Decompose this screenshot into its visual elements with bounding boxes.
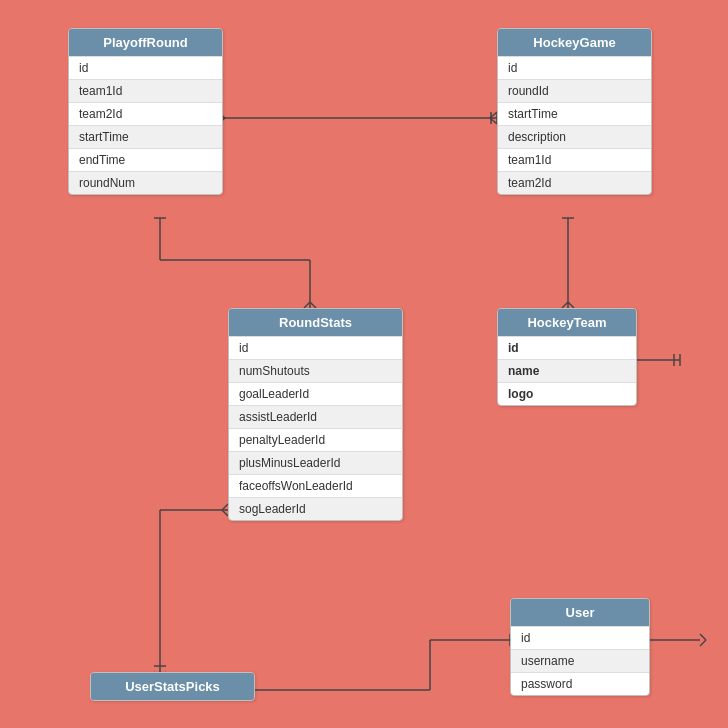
field-row: team2Id	[69, 102, 222, 125]
field-row: startTime	[498, 102, 651, 125]
entity-roundstats: RoundStats id numShutouts goalLeaderId a…	[228, 308, 403, 521]
field-row: endTime	[69, 148, 222, 171]
entity-header-playoffround: PlayoffRound	[69, 29, 222, 56]
field-row: roundNum	[69, 171, 222, 194]
field-row: numShutouts	[229, 359, 402, 382]
entity-header-user: User	[511, 599, 649, 626]
field-row: assistLeaderId	[229, 405, 402, 428]
field-row: plusMinusLeaderId	[229, 451, 402, 474]
field-row: logo	[498, 382, 636, 405]
svg-line-22	[700, 640, 706, 646]
field-row: username	[511, 649, 649, 672]
field-row: goalLeaderId	[229, 382, 402, 405]
field-row: id	[498, 336, 636, 359]
field-row: sogLeaderId	[229, 497, 402, 520]
entity-header-hockeygame: HockeyGame	[498, 29, 651, 56]
entity-playoffround: PlayoffRound id team1Id team2Id startTim…	[68, 28, 223, 195]
field-row: id	[511, 626, 649, 649]
entity-hockeygame: HockeyGame id roundId startTime descript…	[497, 28, 652, 195]
entity-user: User id username password	[510, 598, 650, 696]
field-row: id	[69, 56, 222, 79]
entity-hockeyteam: HockeyTeam id name logo	[497, 308, 637, 406]
svg-line-21	[700, 634, 706, 640]
entity-header-roundstats: RoundStats	[229, 309, 402, 336]
field-row: password	[511, 672, 649, 695]
field-row: team1Id	[69, 79, 222, 102]
field-row: roundId	[498, 79, 651, 102]
entity-header-userstatspicks: UserStatsPicks	[91, 673, 254, 700]
entity-userstatspicks: UserStatsPicks	[90, 672, 255, 701]
entity-header-hockeyteam: HockeyTeam	[498, 309, 636, 336]
field-row: team2Id	[498, 171, 651, 194]
svg-line-5	[490, 112, 497, 118]
svg-line-6	[490, 118, 497, 124]
field-row: team1Id	[498, 148, 651, 171]
field-row: penaltyLeaderId	[229, 428, 402, 451]
field-row: startTime	[69, 125, 222, 148]
field-row: name	[498, 359, 636, 382]
field-row: faceoffsWonLeaderId	[229, 474, 402, 497]
field-row: description	[498, 125, 651, 148]
field-row: id	[229, 336, 402, 359]
field-row: id	[498, 56, 651, 79]
